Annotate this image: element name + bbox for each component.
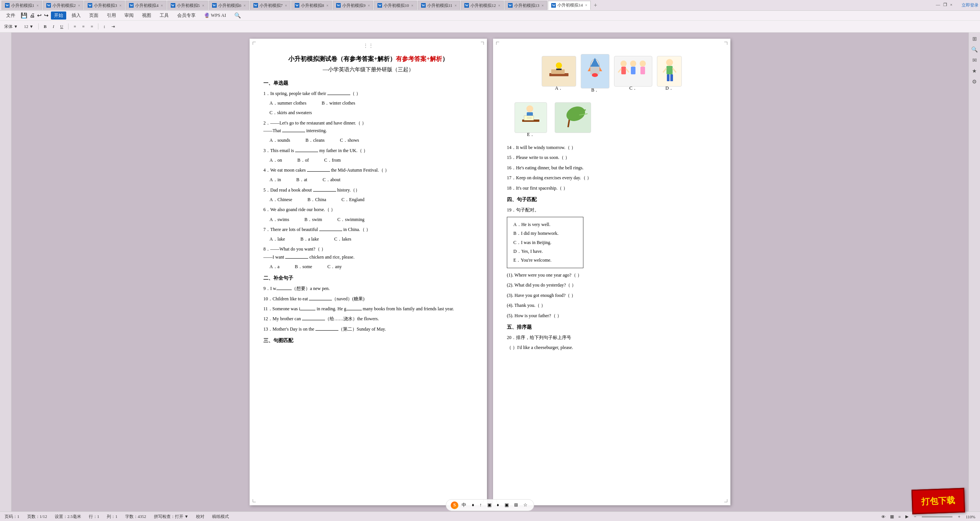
wps-s-icon[interactable]: S <box>451 501 458 509</box>
tab-close-8[interactable]: × <box>326 3 328 8</box>
tab-8[interactable]: W 小升初模拟8 × <box>291 1 332 10</box>
new-tab-button[interactable]: + <box>591 2 599 9</box>
tab-close-13[interactable]: × <box>542 3 544 8</box>
tab-7[interactable]: W 小升初模拟7 × <box>250 1 291 10</box>
menu-wpsai[interactable]: 🔮 WPS AI <box>201 12 229 19</box>
bold-button[interactable]: B <box>41 23 49 30</box>
tab-close-4[interactable]: × <box>161 3 163 8</box>
tab-close-5[interactable]: × <box>202 3 204 8</box>
quick-save[interactable]: 💾 <box>21 12 27 19</box>
line-spacing[interactable]: ↕ <box>101 23 108 30</box>
toolbar-row1: 文件 💾 🖨 ↩ ↪ 开始 插入 页面 引用 审阅 视图 工具 会员专享 🔮 W… <box>0 11 980 21</box>
sidebar-icon-1[interactable]: ⊞ <box>971 36 978 43</box>
right-sidebar: ⊞ 🔍 ✉ ★ ⚙ <box>969 33 980 511</box>
menu-page[interactable]: 页面 <box>86 11 101 20</box>
boy-reading-svg <box>546 58 572 85</box>
tab-5[interactable]: W 小升初模拟5 × <box>167 1 208 10</box>
play-icon[interactable]: ▶ <box>905 514 908 519</box>
tab-6[interactable]: W 小升初模拟6 × <box>209 1 249 10</box>
search-button[interactable]: 🔍 <box>234 12 241 19</box>
tab-1[interactable]: W 小升初模拟1 × <box>2 1 42 10</box>
quick-redo[interactable]: ↪ <box>44 12 49 19</box>
tab-close-6[interactable]: × <box>243 3 246 8</box>
menu-reference[interactable]: 引用 <box>104 11 119 20</box>
sidebar-icon-2[interactable]: 🔍 <box>971 46 978 54</box>
zoom-level[interactable]: 110% <box>966 514 975 519</box>
quick-undo[interactable]: ↩ <box>37 12 42 19</box>
tab-3[interactable]: W 小升初模拟3 × <box>84 1 125 10</box>
question-4: 4．We eat moon cakes the Mid-Autumn Festi… <box>263 166 473 174</box>
wps-icon-13: W <box>508 3 513 8</box>
reading-mode[interactable]: 稿纸模式 <box>212 514 229 519</box>
wps-tool-8[interactable]: ☆ <box>521 501 529 509</box>
match-box: A．He is very well. B．I did my homework. … <box>507 217 583 268</box>
spell-check[interactable]: 拼写检查：打开 ▼ <box>154 514 189 519</box>
tab-14[interactable]: W 小升初模拟14 × <box>548 1 591 10</box>
italic-button[interactable]: I <box>50 23 57 30</box>
svg-point-10 <box>621 61 627 67</box>
wps-tool-4[interactable]: ▣ <box>485 501 493 509</box>
tab-close-7[interactable]: × <box>285 3 287 8</box>
tab-close-14[interactable]: × <box>585 3 587 7</box>
tab-close-1[interactable]: × <box>37 3 39 8</box>
menu-view[interactable]: 视图 <box>139 11 154 20</box>
menu-file[interactable]: 文件 <box>3 11 18 20</box>
wps-tool-5[interactable]: ♦ <box>495 501 501 509</box>
quick-print[interactable]: 🖨 <box>29 13 35 19</box>
zoom-in-icon[interactable]: ＋ <box>957 514 961 519</box>
indent[interactable]: ⇥ <box>109 23 118 30</box>
tab-close-10[interactable]: × <box>411 3 413 8</box>
tab-9[interactable]: W 小升初模拟9 × <box>333 1 373 10</box>
sidebar-icon-5[interactable]: ⚙ <box>971 79 978 86</box>
tab-close-3[interactable]: × <box>119 3 122 8</box>
outline-icon[interactable]: ≡ <box>898 514 901 519</box>
total-pages: 页数：1/12 <box>27 514 47 519</box>
close-button[interactable]: × <box>950 2 952 8</box>
tab-12[interactable]: W 小升初模拟12 × <box>461 1 504 10</box>
underline-button[interactable]: U <box>57 23 66 30</box>
sidebar-icon-4[interactable]: ★ <box>971 68 978 75</box>
tab-4[interactable]: W 小升初模拟4 × <box>126 1 166 10</box>
wps-tool-3[interactable]: ↑ <box>478 501 484 509</box>
font-size[interactable]: 12 ▼ <box>21 23 36 30</box>
tab-close-12[interactable]: × <box>498 3 500 8</box>
tab-close-2[interactable]: × <box>78 3 80 8</box>
tab-close-11[interactable]: × <box>455 3 457 8</box>
download-badge[interactable]: 打包下载 <box>911 488 965 514</box>
tab-2[interactable]: W 小升初模拟2 × <box>43 1 83 10</box>
wps-tool-1[interactable]: 中 <box>460 501 468 509</box>
layout-icon[interactable]: ▦ <box>890 514 894 519</box>
sidebar-icon-3[interactable]: ✉ <box>971 57 978 65</box>
wps-tool-2[interactable]: ♦ <box>470 501 476 509</box>
line-info: 行：1 <box>89 514 100 519</box>
question-5: 5．Dad read a book about history.（） <box>263 186 473 194</box>
svg-point-16 <box>640 61 646 67</box>
login-button[interactable]: 立即登录 <box>962 2 978 8</box>
minimize-button[interactable]: — <box>936 2 940 8</box>
align-left[interactable]: ≡ <box>71 23 78 30</box>
menu-tools[interactable]: 工具 <box>157 11 172 20</box>
col-info: 列：1 <box>107 514 118 519</box>
align-center[interactable]: ≡ <box>79 23 87 30</box>
svg-line-21 <box>673 68 676 72</box>
corner-tr-r <box>724 42 727 45</box>
zoom-out-icon[interactable]: － <box>913 514 917 519</box>
menu-start[interactable]: 开始 <box>51 11 66 20</box>
view-icon[interactable]: 👁 <box>881 514 885 519</box>
menu-insert[interactable]: 插入 <box>69 11 84 20</box>
wps-icon-2: W <box>46 3 51 8</box>
restore-button[interactable]: ❐ <box>943 2 947 8</box>
font-name[interactable]: 宋体 ▼ <box>2 23 21 31</box>
wps-tool-6[interactable]: ▣ <box>503 501 511 509</box>
wps-tool-7[interactable]: ⊞ <box>512 501 520 509</box>
tab-13[interactable]: W 小升初模拟13 × <box>505 1 547 10</box>
tab-close-9[interactable]: × <box>368 3 370 8</box>
tab-11[interactable]: W 小升初模拟11 × <box>418 1 460 10</box>
match-a: A．He is very well. <box>513 220 577 229</box>
menu-review[interactable]: 审阅 <box>121 11 137 20</box>
zoom-slider[interactable] <box>922 516 952 518</box>
menu-member[interactable]: 会员专享 <box>174 11 199 20</box>
tab-10[interactable]: W 小升初模拟10 × <box>374 1 417 10</box>
proofread[interactable]: 校对 <box>196 514 204 519</box>
align-right[interactable]: ≡ <box>88 23 96 30</box>
